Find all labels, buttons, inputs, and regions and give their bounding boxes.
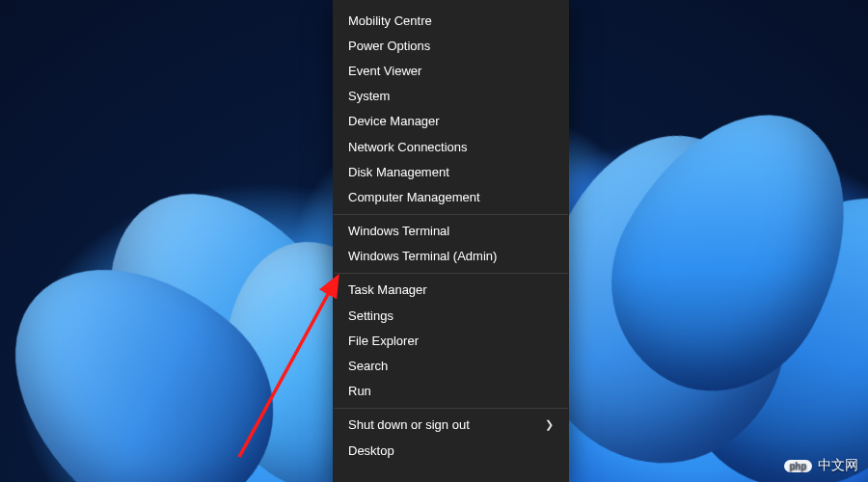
menu-item-label: Windows Terminal (Admin) xyxy=(348,249,497,263)
menu-item-disk-management[interactable]: Disk Management xyxy=(333,159,569,184)
menu-item-windows-terminal[interactable]: Windows Terminal xyxy=(333,219,569,244)
menu-item-label: Device Manager xyxy=(348,114,440,128)
menu-item-network-connections[interactable]: Network Connections xyxy=(333,134,569,159)
menu-item-label: System xyxy=(348,89,390,103)
menu-item-label: Run xyxy=(348,384,371,398)
menu-separator xyxy=(334,214,568,215)
watermark-badge: php xyxy=(784,460,812,472)
menu-separator xyxy=(334,273,568,274)
menu-item-label: Event Viewer xyxy=(348,64,421,78)
menu-item-label: Task Manager xyxy=(348,282,427,297)
menu-item-run[interactable]: Run xyxy=(333,379,569,404)
menu-item-windows-terminal-admin[interactable]: Windows Terminal (Admin) xyxy=(333,244,569,269)
menu-item-label: Desktop xyxy=(348,443,394,458)
menu-item-settings[interactable]: Settings xyxy=(333,303,569,328)
watermark: php 中文网 xyxy=(784,457,858,474)
menu-item-event-viewer[interactable]: Event Viewer xyxy=(333,58,569,83)
menu-item-file-explorer[interactable]: File Explorer xyxy=(333,328,569,353)
menu-item-task-manager[interactable]: Task Manager xyxy=(333,278,569,303)
watermark-text: 中文网 xyxy=(818,457,858,474)
menu-item-mobility-centre[interactable]: Mobility Centre xyxy=(333,8,569,33)
menu-item-computer-management[interactable]: Computer Management xyxy=(333,184,569,209)
menu-item-label: Windows Terminal xyxy=(348,224,449,238)
menu-item-label: Shut down or sign out xyxy=(348,417,470,432)
menu-item-label: Settings xyxy=(348,308,393,323)
menu-separator xyxy=(334,408,568,409)
menu-item-label: Power Options xyxy=(348,39,430,53)
menu-item-label: Mobility Centre xyxy=(348,13,432,28)
menu-item-label: File Explorer xyxy=(348,334,419,348)
menu-item-desktop[interactable]: Desktop xyxy=(333,438,569,463)
menu-item-label: Computer Management xyxy=(348,190,480,204)
menu-item-label: Network Connections xyxy=(348,140,468,154)
menu-item-system[interactable]: System xyxy=(333,84,569,109)
menu-item-search[interactable]: Search xyxy=(333,353,569,378)
menu-item-label: Disk Management xyxy=(348,165,449,179)
chevron-right-icon: ❯ xyxy=(545,418,554,431)
menu-item-label: Search xyxy=(348,359,388,373)
menu-item-power-options[interactable]: Power Options xyxy=(333,33,569,58)
menu-item-device-manager[interactable]: Device Manager xyxy=(333,109,569,134)
menu-item-shut-down-or-sign-out[interactable]: Shut down or sign out ❯ xyxy=(333,413,569,438)
winx-context-menu: Mobility Centre Power Options Event View… xyxy=(333,0,569,482)
